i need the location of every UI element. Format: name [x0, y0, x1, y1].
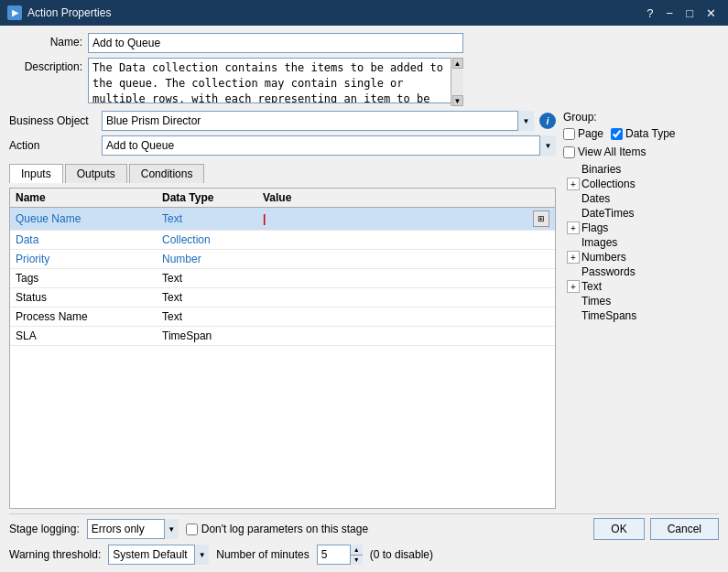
action-row: Action Add to Queue ▼ [9, 135, 556, 156]
minutes-down-button[interactable]: ▼ [351, 556, 363, 566]
cell-name[interactable]: Priority [10, 250, 157, 269]
business-object-label: Business Object [9, 114, 96, 127]
tree-item[interactable]: TimeSpans [563, 308, 719, 323]
tab-outputs[interactable]: Outputs [65, 164, 127, 183]
left-column: Business Object Blue Prism Director ▼ i … [9, 111, 556, 509]
stage-logging-select[interactable]: Errors only All None [87, 519, 179, 539]
tree-item[interactable]: DateTimes [563, 206, 719, 221]
table-row[interactable]: Tags Text [10, 269, 555, 288]
cell-value[interactable] [257, 288, 555, 308]
col-header-value: Value [257, 189, 555, 208]
business-object-select[interactable]: Blue Prism Director [102, 111, 534, 131]
maximize-button[interactable]: □ [681, 7, 698, 19]
tree-expand-icon[interactable]: + [567, 251, 580, 264]
tree-item[interactable]: +Flags [563, 221, 719, 235]
group-label: Group: [563, 111, 719, 124]
description-row: Description: ▲ ▼ [9, 58, 719, 106]
description-textarea[interactable] [88, 58, 463, 103]
tree-expand-icon[interactable]: + [567, 178, 580, 190]
help-button[interactable]: ? [642, 7, 657, 19]
tree-item[interactable]: +Collections [563, 177, 719, 191]
cell-value[interactable] [257, 308, 555, 327]
page-checkbox[interactable] [563, 128, 575, 140]
warning-threshold-label: Warning threshold: [9, 548, 101, 561]
cell-datatype: Text [157, 208, 257, 231]
warning-threshold-select[interactable]: System Default Custom None [108, 545, 209, 565]
minutes-input-wrapper: ▲ ▼ [317, 545, 363, 565]
name-input[interactable] [88, 33, 463, 53]
cancel-button[interactable]: Cancel [650, 518, 719, 540]
action-label: Action [9, 139, 96, 152]
action-select-wrapper: Add to Queue ▼ [102, 135, 556, 156]
tree-item[interactable]: Binaries [563, 162, 719, 177]
cell-datatype: TimeSpan [157, 327, 257, 346]
tree-item-label: Times [581, 295, 611, 308]
calc-button[interactable]: ⊞ [533, 210, 549, 227]
tree-item-label: TimeSpans [581, 309, 636, 322]
tree-item[interactable]: +Text [563, 279, 719, 294]
cell-name[interactable]: Queue Name [10, 208, 157, 231]
tree-container: Binaries+CollectionsDatesDateTimes+Flags… [563, 162, 719, 323]
tree-expand-icon[interactable]: + [567, 280, 580, 293]
table-row[interactable]: Data Collection [10, 231, 555, 250]
cell-value[interactable]: |⊞ [257, 208, 555, 231]
cell-name[interactable]: SLA [10, 327, 157, 346]
cell-value[interactable] [257, 231, 555, 250]
cell-name[interactable]: Process Name [10, 308, 157, 327]
cell-datatype: Collection [157, 231, 257, 250]
close-button[interactable]: ✕ [701, 7, 721, 19]
cell-value[interactable] [257, 327, 555, 346]
tree-item[interactable]: +Numbers [563, 250, 719, 264]
minutes-spinners: ▲ ▼ [350, 545, 363, 565]
cell-value[interactable] [257, 269, 555, 288]
datatype-checkbox-item[interactable]: Data Type [611, 127, 675, 140]
cell-datatype: Text [157, 288, 257, 308]
scroll-down[interactable]: ▼ [452, 95, 463, 106]
dont-log-checkbox[interactable] [186, 523, 198, 535]
disable-note: (0 to disable) [370, 548, 433, 561]
action-select[interactable]: Add to Queue [102, 135, 556, 156]
tab-conditions[interactable]: Conditions [129, 164, 205, 183]
business-object-select-wrapper: Blue Prism Director ▼ [102, 111, 534, 131]
ok-cancel-buttons: OK Cancel [593, 518, 719, 540]
info-icon[interactable]: i [539, 113, 556, 129]
table-row[interactable]: Queue Name Text |⊞ [10, 208, 555, 231]
warning-threshold-select-wrapper: System Default Custom None ▼ [108, 545, 209, 565]
view-all-label: View All Items [578, 146, 646, 158]
table-row[interactable]: Status Text [10, 288, 555, 308]
table-row[interactable]: Priority Number [10, 250, 555, 269]
cell-name[interactable]: Status [10, 288, 157, 308]
datatype-checkbox[interactable] [611, 128, 623, 140]
page-checkbox-item[interactable]: Page [563, 127, 603, 140]
tree-item[interactable]: Dates [563, 191, 719, 206]
view-all-checkbox[interactable] [563, 146, 575, 158]
tree-item-label: Numbers [581, 251, 626, 264]
cell-value[interactable] [257, 250, 555, 269]
app-icon: ▶ [7, 5, 22, 20]
tree-item[interactable]: Passwords [563, 264, 719, 279]
inputs-table-container: Name Data Type Value Queue Name Text |⊞ … [9, 188, 556, 509]
table-row[interactable]: Process Name Text [10, 308, 555, 327]
scroll-up[interactable]: ▲ [452, 58, 463, 69]
cell-name[interactable]: Data [10, 231, 157, 250]
tab-inputs[interactable]: Inputs [9, 164, 63, 183]
tree-item[interactable]: Images [563, 235, 719, 250]
tree-item-label: Binaries [581, 163, 621, 176]
tree-item[interactable]: Times [563, 294, 719, 308]
business-object-row: Business Object Blue Prism Director ▼ i [9, 111, 556, 131]
tree-item-label: Images [581, 236, 617, 249]
cell-name[interactable]: Tags [10, 269, 157, 288]
col-header-datatype: Data Type [157, 189, 257, 208]
minutes-up-button[interactable]: ▲ [351, 545, 363, 556]
tree-item-label: Dates [581, 192, 610, 205]
stage-logging-label: Stage logging: [9, 523, 80, 535]
tabs-row: Inputs Outputs Conditions [9, 164, 556, 183]
dont-log-wrapper: Don't log parameters on this stage [186, 523, 368, 535]
minimize-button[interactable]: − [662, 7, 679, 19]
datatype-checkbox-label: Data Type [625, 127, 675, 140]
tree-item-label: Flags [581, 221, 608, 234]
ok-button[interactable]: OK [593, 518, 644, 540]
table-row[interactable]: SLA TimeSpan [10, 327, 555, 346]
tree-expand-icon[interactable]: + [567, 221, 580, 234]
view-all-row[interactable]: View All Items [563, 146, 719, 158]
